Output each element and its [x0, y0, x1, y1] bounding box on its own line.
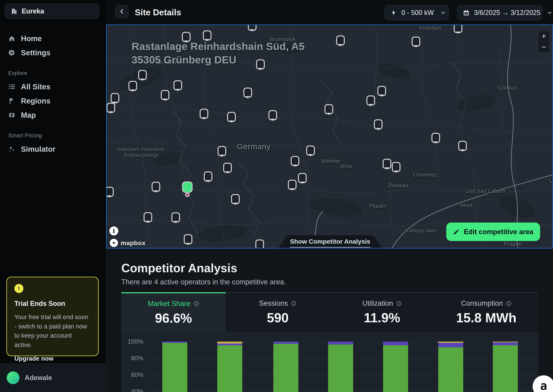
stat-label: Sessions: [259, 299, 288, 307]
sidebar-item-home[interactable]: Home: [0, 31, 106, 46]
stacked-bar: [217, 342, 242, 392]
stacked-bar: [328, 342, 353, 392]
site-pin[interactable]: [171, 212, 180, 223]
site-pin[interactable]: [111, 93, 119, 103]
site-pin[interactable]: [255, 239, 264, 249]
map-canvas[interactable]: PotsdamBrunswickBielefeldCottbusGermanyN…: [106, 24, 553, 249]
brand-chip[interactable]: Eureka: [5, 4, 99, 19]
mapbox-attribution[interactable]: mapbox: [110, 239, 145, 247]
trial-body: Your free trial will end soon - switch t…: [14, 312, 91, 350]
map-place-label: Jena: [340, 163, 352, 169]
site-pin[interactable]: [173, 80, 182, 91]
site-pin[interactable]: [269, 110, 277, 120]
map-info-icon[interactable]: i: [109, 226, 118, 235]
back-button[interactable]: [115, 5, 128, 18]
sidebar-item-map[interactable]: Map: [0, 108, 106, 122]
power-filter-dropdown[interactable]: 0 - 500 kW: [384, 5, 449, 20]
sidebar-item-label: Settings: [21, 49, 50, 57]
site-pin[interactable]: [325, 104, 333, 114]
map-place-label: Plauen: [369, 203, 386, 209]
site-pin[interactable]: [231, 194, 240, 204]
stat-value: 96.6%: [155, 311, 192, 326]
site-pin[interactable]: [243, 88, 252, 98]
stat-tab-market-share[interactable]: Market Share96.6%: [121, 292, 226, 332]
map-place-label: Germany: [237, 142, 270, 151]
bar-segment: [162, 342, 187, 343]
site-pin[interactable]: [152, 182, 160, 192]
sidebar-item-label: All Sites: [21, 83, 50, 91]
section-title: Competitor Analysis: [121, 261, 237, 275]
site-pin[interactable]: [223, 163, 232, 173]
stat-value: 590: [267, 310, 289, 325]
site-pin[interactable]: [383, 159, 391, 169]
zoom-in-button[interactable]: +: [539, 31, 549, 42]
site-pin[interactable]: [288, 180, 297, 190]
sidebar-item-all-sites[interactable]: All Sites: [0, 80, 106, 94]
show-competitor-analysis-tab[interactable]: Show Competitor Analysis: [278, 235, 383, 249]
chart-ytick-label: 60%: [121, 371, 143, 378]
avatar[interactable]: [7, 371, 20, 384]
info-icon: [396, 301, 402, 306]
site-pin[interactable]: [218, 146, 226, 156]
site-pin[interactable]: [138, 70, 147, 80]
zoom-out-button[interactable]: −: [539, 42, 549, 53]
sidebar: Eureka HomeSettingsExploreAll SitesRegio…: [0, 0, 106, 392]
selected-site-pin[interactable]: [182, 182, 192, 193]
stat-tab-sessions[interactable]: Sessions590: [226, 292, 330, 332]
calendar-icon: [463, 9, 469, 16]
map-place-label: Ústí nad Labem: [466, 188, 505, 194]
site-pin[interactable]: [392, 162, 400, 172]
site-pin[interactable]: [144, 212, 152, 222]
site-pin[interactable]: [366, 96, 375, 105]
map-zoom-control: + −: [538, 31, 550, 53]
chart-ytick-label: 40%: [121, 388, 143, 392]
stacked-bar: [273, 342, 298, 392]
map-place-label: Weimar: [321, 158, 340, 164]
site-pin[interactable]: [306, 146, 315, 156]
brand-name: Eureka: [22, 7, 44, 15]
bar-segment: [383, 345, 408, 392]
site-pin[interactable]: [374, 119, 383, 129]
site-pin[interactable]: [161, 90, 169, 100]
stat-label: Utilization: [362, 299, 393, 307]
bar-segment: [328, 342, 353, 344]
site-pin[interactable]: [458, 141, 467, 151]
site-pin[interactable]: [454, 24, 462, 33]
site-pin[interactable]: [432, 133, 440, 143]
site-pin[interactable]: [106, 187, 114, 197]
date-range-dropdown[interactable]: 3/6/2025 → 3/12/2025: [457, 5, 542, 20]
stat-tab-consumption[interactable]: Consumption15.8 MWh: [434, 292, 539, 332]
site-pin[interactable]: [248, 24, 256, 31]
map-icon: [8, 112, 15, 119]
edit-competitive-area-button[interactable]: Edit competitive area: [446, 223, 540, 241]
map-place-label: Potsdam: [419, 25, 441, 31]
app-root: Eureka HomeSettingsExploreAll SitesRegio…: [0, 0, 553, 392]
site-pin[interactable]: [291, 156, 299, 166]
sidebar-item-label: Map: [21, 111, 36, 119]
user-bar[interactable]: Adewale: [0, 363, 106, 392]
site-pin[interactable]: [106, 103, 115, 113]
bar-segment: [438, 347, 463, 392]
site-pin[interactable]: [377, 86, 386, 96]
site-pin[interactable]: [204, 172, 212, 182]
site-pin[interactable]: [412, 37, 420, 47]
site-pin[interactable]: [203, 30, 212, 41]
bar-segment: [383, 342, 408, 345]
site-pin[interactable]: [128, 81, 137, 91]
sidebar-item-settings[interactable]: Settings: [0, 46, 106, 60]
site-pin[interactable]: [227, 112, 236, 122]
sidebar-item-regions[interactable]: Regions: [0, 94, 106, 108]
upgrade-link[interactable]: Upgrade now: [14, 355, 53, 364]
stat-tab-utilization[interactable]: Utilization11.9%: [330, 292, 434, 332]
home-icon: [8, 35, 15, 42]
sidebar-item-simulator[interactable]: Simulator: [0, 142, 106, 156]
bar-segment: [217, 342, 242, 344]
site-pin[interactable]: [298, 173, 307, 183]
site-pin[interactable]: [200, 109, 208, 119]
chat-logo-icon: a: [540, 379, 547, 392]
site-pin[interactable]: [336, 35, 345, 46]
bar-segment: [273, 342, 298, 344]
map-place-label: Most: [460, 202, 472, 209]
section-subtitle: There are 4 active operators in the comp…: [121, 278, 286, 286]
site-pin[interactable]: [184, 234, 192, 244]
